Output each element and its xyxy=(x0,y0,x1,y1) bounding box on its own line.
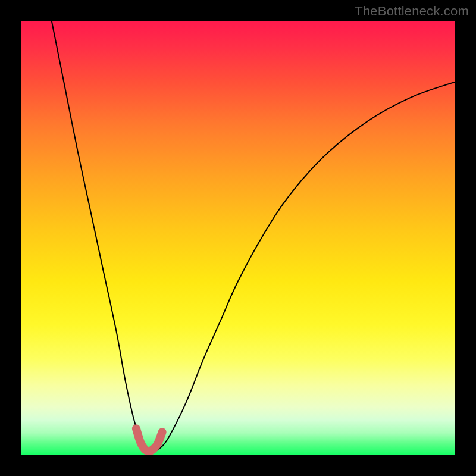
chart-svg xyxy=(21,21,455,455)
valley-marker xyxy=(136,428,162,451)
plot-area xyxy=(21,21,455,455)
watermark-text: TheBottleneck.com xyxy=(355,4,469,19)
bottleneck-curve xyxy=(52,21,455,451)
outer-frame: TheBottleneck.com xyxy=(0,0,476,476)
